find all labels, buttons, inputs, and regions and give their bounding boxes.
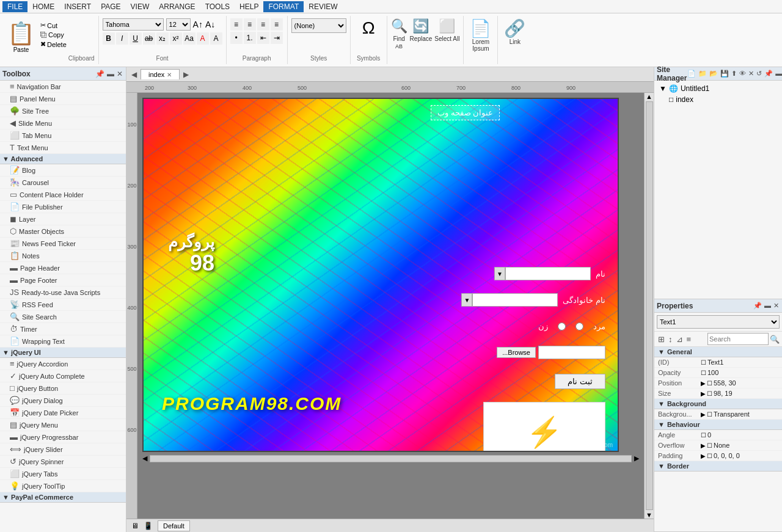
sm-save-icon[interactable]: 💾	[720, 69, 729, 78]
prop-grid-icon[interactable]: ⊞	[657, 333, 666, 345]
jquery-ui-category[interactable]: ▼ jQuery UI	[0, 348, 126, 358]
prop-background-expand-icon[interactable]: ▶	[701, 411, 706, 418]
background-section-header[interactable]: ▼ Background	[654, 399, 782, 409]
prop-pin-icon[interactable]: 📌	[753, 301, 762, 310]
num-list-button[interactable]: 1.	[244, 32, 256, 44]
align-left-button[interactable]: ≡	[230, 18, 243, 31]
copy-button[interactable]: ⿻ Copy	[38, 31, 68, 39]
toolbox-item-jquery-tooltip[interactable]: 💡 jQuery ToolTip	[0, 480, 126, 492]
toolbox-item-panel-menu[interactable]: ▤ Panel Menu	[0, 93, 126, 105]
prop-search-icon[interactable]: 🔍	[770, 335, 780, 344]
tab-scroll-right-icon[interactable]: ▶	[181, 70, 191, 79]
lastname-input[interactable]	[472, 293, 558, 307]
element-selector[interactable]: Text1	[657, 315, 780, 329]
toolbox-item-jquery-spinner[interactable]: ↺ jQuery Spinner	[0, 456, 126, 468]
toolbox-item-slide-menu[interactable]: ◀ Slide Menu	[0, 117, 126, 129]
highlight-button[interactable]: A	[210, 32, 222, 45]
browse-button[interactable]: Browse...	[497, 347, 536, 358]
prop-overflow-expand-icon[interactable]: ▶	[701, 442, 706, 449]
canvas-scroll-area[interactable]: عنوان صفحه وب پروگرم 98 نام ▼	[137, 93, 644, 519]
align-center-button[interactable]: ≡	[244, 18, 256, 31]
name-spinner-icon[interactable]: ▼	[494, 267, 505, 280]
toolbox-pin-icon[interactable]: 📌	[95, 69, 105, 79]
prop-minimize-icon[interactable]: ▬	[764, 301, 772, 310]
symbol-button[interactable]: Ω	[362, 18, 375, 38]
h-scrollbar[interactable]	[150, 455, 632, 462]
scroll-right-btn[interactable]: ▶	[634, 454, 639, 462]
general-section-header[interactable]: ▼ General	[654, 347, 782, 357]
indent-dec-button[interactable]: ⇤	[257, 32, 269, 44]
font-color-button[interactable]: A	[197, 32, 209, 45]
menu-format[interactable]: FORMAT	[263, 1, 304, 12]
toolbox-item-timer[interactable]: ⏱ Timer	[0, 323, 126, 335]
menu-review[interactable]: REVIEW	[304, 1, 342, 12]
toolbox-item-master-objects[interactable]: ⬡ Master Objects	[0, 225, 126, 238]
font-size-select[interactable]: 12	[166, 18, 191, 31]
sm-pin-icon[interactable]: 📌	[764, 69, 773, 78]
underline-button[interactable]: U	[130, 32, 142, 45]
font-grow-icon[interactable]: A↑	[193, 20, 203, 29]
advanced-category[interactable]: ▼ Advanced	[0, 154, 126, 164]
toolbox-item-jquery-dialog[interactable]: 💬 jQuery Dialog	[0, 395, 126, 407]
toolbox-item-rss-feed[interactable]: 📡 RSS Feed	[0, 299, 126, 311]
toolbox-item-notes[interactable]: 📋 Notes	[0, 250, 126, 262]
toolbox-item-jquery-auto-complete[interactable]: ✓ jQuery Auto Complete	[0, 370, 126, 382]
strikethrough-button[interactable]: ab	[143, 32, 155, 45]
toolbox-item-jquery-menu[interactable]: ▤ jQuery Menu	[0, 419, 126, 431]
v-scrollbar[interactable]	[646, 101, 653, 510]
toolbox-item-layer[interactable]: ◼ Layer	[0, 213, 126, 225]
persian-title-box[interactable]: عنوان صفحه وب	[431, 105, 500, 120]
sm-minimize-icon[interactable]: ▬	[775, 69, 782, 78]
font-name-select[interactable]: Tahoma	[103, 18, 164, 31]
screen-icon[interactable]: 🖥	[131, 522, 139, 530]
indent-inc-button[interactable]: ⇥	[271, 32, 283, 44]
sm-new-folder-icon[interactable]: 📁	[698, 69, 707, 78]
prop-filter-icon[interactable]: ⊿	[675, 333, 684, 345]
bold-button[interactable]: B	[103, 32, 115, 45]
find-button[interactable]: 🔍 Find AB	[391, 18, 407, 62]
menu-tools[interactable]: TOOLS	[200, 1, 235, 12]
prop-search-input[interactable]	[707, 333, 769, 345]
align-right-button[interactable]: ≡	[257, 18, 269, 31]
menu-insert[interactable]: INSERT	[59, 1, 96, 12]
name-input[interactable]	[505, 267, 591, 280]
prop-sort-icon[interactable]: ↕	[667, 333, 674, 345]
superscript-button[interactable]: x²	[170, 32, 182, 45]
mobile-icon[interactable]: 📱	[144, 522, 153, 530]
prop-close-icon[interactable]: ✕	[773, 301, 780, 310]
menu-help[interactable]: HELP	[235, 1, 263, 12]
link-icon[interactable]: 🔗	[504, 18, 525, 38]
sm-preview-icon[interactable]: 👁	[739, 69, 747, 78]
prop-position-expand-icon[interactable]: ▶	[701, 380, 706, 387]
paste-button[interactable]: 📋 Paste	[4, 18, 38, 56]
list-button[interactable]: •	[230, 32, 243, 44]
sm-refresh-icon[interactable]: ↺	[756, 69, 762, 78]
submit-button[interactable]: ثبت نام	[555, 374, 605, 389]
tree-index-item[interactable]: □ index	[657, 94, 780, 104]
prop-more-icon[interactable]: ≡	[685, 333, 693, 345]
toolbox-item-jquery-accordion[interactable]: ≡ jQuery Accordion	[0, 358, 126, 370]
toolbox-item-site-tree[interactable]: 🌳 Site Tree	[0, 105, 126, 117]
cut-button[interactable]: ✂ Cut	[38, 21, 68, 30]
select-all-button[interactable]: ⬜ Select All	[434, 18, 459, 62]
prop-padding-expand-icon[interactable]: ▶	[701, 453, 706, 459]
menu-page[interactable]: PAGE	[96, 1, 125, 12]
toolbox-item-jquery-date-picker[interactable]: 📅 jQuery Date Picker	[0, 407, 126, 419]
toolbox-item-jquery-button[interactable]: □ jQuery Button	[0, 382, 126, 395]
scroll-left-btn[interactable]: ◀	[142, 454, 147, 462]
toolbox-item-jquery-tabs[interactable]: ⬜ jQuery Tabs	[0, 468, 126, 480]
toolbox-minimize-icon[interactable]: ▬	[106, 69, 115, 79]
behaviour-section-header[interactable]: ▼ Behaviour	[654, 420, 782, 430]
browse-input[interactable]	[538, 346, 605, 359]
sm-delete-icon[interactable]: ✕	[748, 69, 755, 78]
gender-male-radio[interactable]	[576, 322, 583, 330]
menu-home[interactable]: HOME	[27, 1, 59, 12]
menu-view[interactable]: VIEW	[126, 1, 155, 12]
prop-size-expand-icon[interactable]: ▶	[701, 390, 706, 397]
tab-index[interactable]: index ✕	[141, 69, 180, 79]
tab-scroll-left-icon[interactable]: ◀	[129, 70, 139, 79]
toolbox-item-page-header[interactable]: ▬ Page Header	[0, 262, 126, 274]
toolbox-item-wrapping-text[interactable]: 📄 Wrapping Text	[0, 335, 126, 348]
case-button[interactable]: Aa	[183, 32, 196, 45]
toolbox-item-news-feed-ticker[interactable]: 📰 News Feed Ticker	[0, 238, 126, 250]
